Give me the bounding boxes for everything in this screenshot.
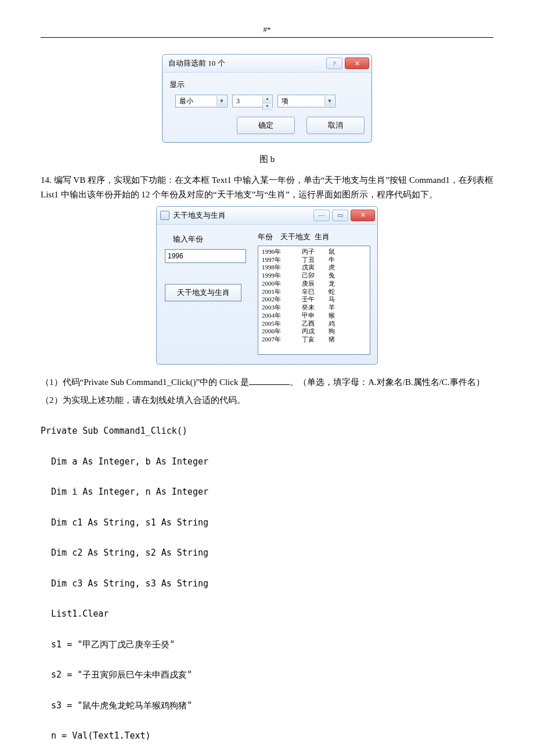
input-year-label: 输入年份 <box>173 233 252 246</box>
spinner-down-icon[interactable]: ▼ <box>262 103 272 110</box>
chevron-down-icon: ▼ <box>217 96 226 106</box>
ok-button[interactable]: 确定 <box>237 117 295 134</box>
command1-button[interactable]: 天干地支与生肖 <box>165 284 241 301</box>
q1-text-a: （1）代码“Private Sub Command1_Click()”中的 Cl… <box>41 377 249 387</box>
list-item[interactable]: 1998年戊寅虎 <box>262 264 366 272</box>
chevron-down-icon: ▼ <box>324 96 334 106</box>
code-line: s3 = "鼠牛虎兔龙蛇马羊猴鸡狗猪" <box>41 698 493 713</box>
help-button[interactable]: ? <box>326 57 342 69</box>
form-icon <box>160 211 169 220</box>
q1-text-b: 。（单选，填字母：A.对象名/B.属性名/C.事件名） <box>290 377 484 387</box>
list-header: 年份 天干地支 生肖 <box>258 231 370 243</box>
close-button[interactable]: ✕ <box>351 210 375 221</box>
text1-input[interactable]: 1996 <box>165 249 246 263</box>
code-line: Private Sub Command1_Click() <box>41 423 493 438</box>
question-2: （2）为实现上述功能，请在划线处填入合适的代码。 <box>41 393 493 408</box>
list-item[interactable]: 2002年壬午马 <box>262 296 366 304</box>
unit-combo-value: 项 <box>282 95 288 107</box>
close-button[interactable]: ✕ <box>345 57 369 69</box>
question-14-intro: 14. 编写 VB 程序，实现如下功能：在文本框 Text1 中输入某一年份，单… <box>41 173 493 203</box>
unit-combo[interactable]: 项 ▼ <box>277 95 335 107</box>
code-line: Dim c3 As String, s3 As String <box>41 576 493 591</box>
code-line: Dim c2 As String, s2 As String <box>41 545 493 560</box>
cancel-button[interactable]: 取消 <box>306 117 365 134</box>
min-max-combo[interactable]: 最小 ▼ <box>175 95 228 107</box>
list-item[interactable]: 2005年乙酉鸡 <box>262 320 366 328</box>
autofilter-dialog: 自动筛选前 10 个 ? ✕ 显示 最小 ▼ 3 ▲ ▼ <box>162 54 372 143</box>
code-line: List1.Clear <box>41 606 493 621</box>
autofilter-titlebar: 自动筛选前 10 个 ? ✕ <box>163 55 371 73</box>
code-line: Dim c1 As String, s1 As String <box>41 515 493 530</box>
display-group-label: 显示 <box>169 78 365 91</box>
vb-form-titlebar: 天干地支与生肖 — ▭ ✕ <box>157 207 377 225</box>
code-line: s1 = "甲乙丙丁戊己庚辛壬癸" <box>41 637 493 652</box>
vb-form-title-text: 天干地支与生肖 <box>173 209 226 222</box>
list-item[interactable]: 1999年己卯兔 <box>262 272 366 280</box>
code-line: n = Val(Text1.Text) <box>41 728 493 743</box>
blank-q1 <box>249 376 290 385</box>
header-rule <box>41 37 493 38</box>
question-1: （1）代码“Private Sub Command1_Click()”中的 Cl… <box>41 375 493 390</box>
code-line: s2 = "子丑寅卯辰巳午未申酉戌亥" <box>41 667 493 682</box>
figure-b-caption: 图 b <box>41 152 493 167</box>
list-item[interactable]: 2004年甲申猴 <box>262 312 366 320</box>
list-item[interactable]: 1996年丙子鼠 <box>262 248 366 256</box>
count-spinner-value: 3 <box>236 95 240 107</box>
list-item[interactable]: 1997年丁丑牛 <box>262 256 366 264</box>
list-item[interactable]: 2007年丁亥猪 <box>262 336 366 344</box>
maximize-button[interactable]: ▭ <box>332 210 348 221</box>
list1-listbox[interactable]: 1996年丙子鼠1997年丁丑牛1998年戊寅虎1999年己卯兔2000年庚辰龙… <box>258 246 370 355</box>
list-item[interactable]: 2000年庚辰龙 <box>262 280 366 288</box>
list-item[interactable]: 2003年癸未羊 <box>262 304 366 312</box>
autofilter-title-text: 自动筛选前 10 个 <box>168 57 225 70</box>
min-max-combo-value: 最小 <box>179 95 193 107</box>
code-listing: Private Sub Command1_Click() Dim a As In… <box>41 408 493 756</box>
vb-form-window: 天干地支与生肖 — ▭ ✕ 输入年份 1996 天干地支与生肖 年份 天干地支 … <box>156 206 378 365</box>
list-item[interactable]: 2006年丙戌狗 <box>262 327 366 336</box>
list-item[interactable]: 2001年辛巳蛇 <box>262 288 366 296</box>
minimize-button[interactable]: — <box>313 210 330 221</box>
code-line: Dim a As Integer, b As Integer <box>41 454 493 469</box>
code-line: Dim i As Integer, n As Integer <box>41 484 493 499</box>
page-header-mark: #* <box>41 23 493 36</box>
count-spinner[interactable]: 3 ▲ ▼ <box>232 95 273 107</box>
spinner-up-icon[interactable]: ▲ <box>262 96 272 103</box>
